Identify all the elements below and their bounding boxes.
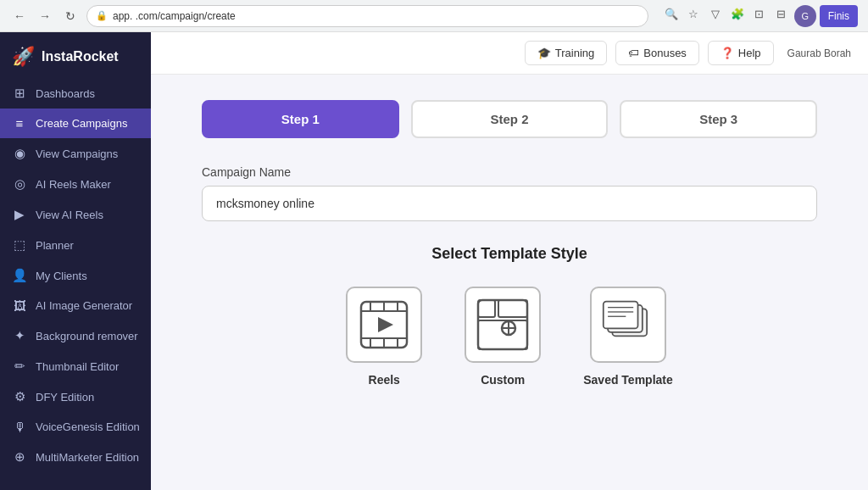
my-clients-icon: 👤 (12, 268, 27, 283)
search-icon[interactable]: 🔍 (662, 5, 681, 24)
forward-button[interactable]: → (36, 7, 54, 25)
template-grid: Reels (202, 287, 817, 387)
sidebar-item-label: My Clients (36, 270, 87, 282)
campaign-name-input[interactable] (202, 186, 817, 221)
tablet-icon[interactable]: ⊡ (750, 5, 769, 24)
columns-icon[interactable]: ⊟ (772, 5, 791, 24)
saved-template-label: Saved Template (583, 373, 673, 387)
filter-icon[interactable]: ▽ (706, 5, 725, 24)
bonuses-icon: 🏷 (628, 47, 639, 59)
sidebar-item-label: Thumbnail Editor (36, 360, 119, 373)
sidebar-item-label: Background remover (36, 330, 138, 342)
training-icon: 🎓 (537, 47, 551, 59)
sidebar-item-label: AI Reels Maker (36, 178, 111, 191)
template-style-title: Select Template Style (202, 245, 817, 263)
help-icon: ❓ (721, 47, 734, 59)
sidebar-item-voicegenesis[interactable]: 🎙 VoiceGenesis Edition (0, 412, 151, 442)
custom-label: Custom (481, 373, 525, 387)
ai-image-generator-icon: 🖼 (12, 298, 27, 313)
campaign-name-section: Campaign Name (202, 165, 817, 221)
template-card-reels[interactable]: Reels (346, 287, 422, 387)
thumbnail-editor-icon: ✏ (12, 359, 27, 374)
svg-rect-25 (604, 302, 638, 329)
step-2-button[interactable]: Step 2 (411, 100, 609, 138)
saved-template-icon-box (590, 287, 666, 363)
main-content: Step 1 Step 2 Step 3 Campaign Name Selec… (151, 75, 868, 490)
sidebar-item-label: Create Campaigns (36, 117, 127, 130)
sidebar: 🚀 InstaRocket ⊞ Dashboards ≡ Create Camp… (0, 32, 151, 490)
sidebar-item-view-ai-reels[interactable]: ▶ View AI Reels (0, 199, 151, 230)
campaign-name-label: Campaign Name (202, 165, 817, 179)
reels-label: Reels (369, 373, 400, 387)
ai-reels-maker-icon: ◎ (12, 176, 27, 192)
template-card-saved[interactable]: Saved Template (583, 287, 673, 387)
reels-svg-icon (358, 298, 410, 351)
address-bar[interactable]: 🔒 app. .com/campaign/create (86, 5, 648, 27)
sidebar-item-dashboards[interactable]: ⊞ Dashboards (0, 78, 151, 109)
template-card-custom[interactable]: Custom (465, 287, 541, 387)
sidebar-item-multimarketer[interactable]: ⊕ MultiMarketer Edition (0, 442, 151, 472)
user-name: Gaurab Borah (787, 47, 851, 59)
sidebar-item-planner[interactable]: ⬚ Planner (0, 230, 151, 260)
template-style-section: Select Template Style (202, 245, 817, 387)
dashboards-icon: ⊞ (12, 86, 27, 101)
view-campaigns-icon: ◉ (12, 146, 27, 161)
custom-icon-box (465, 287, 541, 363)
training-button[interactable]: 🎓 Training (525, 41, 607, 65)
browser-chrome: ← → ↻ 🔒 app. .com/campaign/create 🔍 ☆ ▽ … (0, 0, 868, 32)
sidebar-item-label: Dashboards (36, 87, 95, 100)
sidebar-item-label: AI Image Generator (36, 299, 132, 312)
sidebar-item-ai-reels-maker[interactable]: ◎ AI Reels Maker (0, 169, 151, 199)
reels-icon-box (346, 287, 422, 363)
help-button[interactable]: ❓ Help (708, 41, 774, 65)
app-container: 🚀 InstaRocket ⊞ Dashboards ≡ Create Camp… (0, 32, 868, 490)
view-ai-reels-icon: ▶ (12, 207, 27, 222)
step-1-button[interactable]: Step 1 (202, 100, 399, 138)
sidebar-item-label: View AI Reels (36, 209, 103, 221)
sidebar-item-label: DFY Edition (36, 391, 94, 404)
sidebar-item-create-campaigns[interactable]: ≡ Create Campaigns (0, 109, 151, 138)
finish-button[interactable]: Finis (820, 5, 858, 27)
planner-icon: ⬚ (12, 237, 27, 253)
steps-row: Step 1 Step 2 Step 3 (202, 100, 817, 138)
sidebar-item-thumbnail-editor[interactable]: ✏ Thumbnail Editor (0, 351, 151, 381)
sidebar-item-label: VoiceGenesis Edition (36, 420, 140, 433)
create-campaigns-icon: ≡ (12, 116, 27, 131)
extensions-icon[interactable]: 🧩 (728, 5, 747, 24)
profile-button[interactable]: G (794, 5, 816, 27)
sidebar-item-ai-image-generator[interactable]: 🖼 AI Image Generator (0, 291, 151, 320)
logo-text: InstaRocket (42, 49, 119, 64)
step-3-button[interactable]: Step 3 (620, 100, 817, 138)
top-nav: 🎓 Training 🏷 Bonuses ❓ Help Gaurab Borah (151, 32, 868, 75)
sidebar-item-background-remover[interactable]: ✦ Background remover (0, 320, 151, 351)
browser-actions: 🔍 ☆ ▽ 🧩 ⊡ ⊟ G Finis (662, 5, 858, 27)
reload-button[interactable]: ↻ (61, 7, 80, 25)
dfy-edition-icon: ⚙ (12, 389, 27, 404)
sidebar-item-label: View Campaigns (36, 148, 118, 160)
multimarketer-icon: ⊕ (12, 449, 27, 465)
background-remover-icon: ✦ (12, 328, 27, 343)
main-inner: Step 1 Step 2 Step 3 Campaign Name Selec… (151, 75, 868, 412)
logo-icon: 🚀 (12, 46, 35, 68)
bonuses-button[interactable]: 🏷 Bonuses (615, 41, 699, 65)
lock-icon: 🔒 (96, 10, 108, 21)
sidebar-item-my-clients[interactable]: 👤 My Clients (0, 260, 151, 291)
svg-rect-12 (498, 300, 527, 317)
svg-marker-9 (378, 317, 393, 332)
saved-template-svg-icon (602, 298, 654, 351)
voicegenesis-icon: 🎙 (12, 420, 27, 434)
sidebar-item-view-campaigns[interactable]: ◉ View Campaigns (0, 138, 151, 169)
bookmark-icon[interactable]: ☆ (684, 5, 703, 24)
url-text: app. .com/campaign/create (113, 10, 236, 22)
sidebar-item-dfy-edition[interactable]: ⚙ DFY Edition (0, 381, 151, 412)
custom-svg-icon (476, 298, 529, 351)
sidebar-item-label: Planner (36, 239, 74, 252)
svg-rect-11 (478, 300, 495, 317)
sidebar-logo: 🚀 InstaRocket (0, 32, 151, 78)
sidebar-item-label: MultiMarketer Edition (36, 451, 139, 464)
back-button[interactable]: ← (10, 7, 29, 25)
